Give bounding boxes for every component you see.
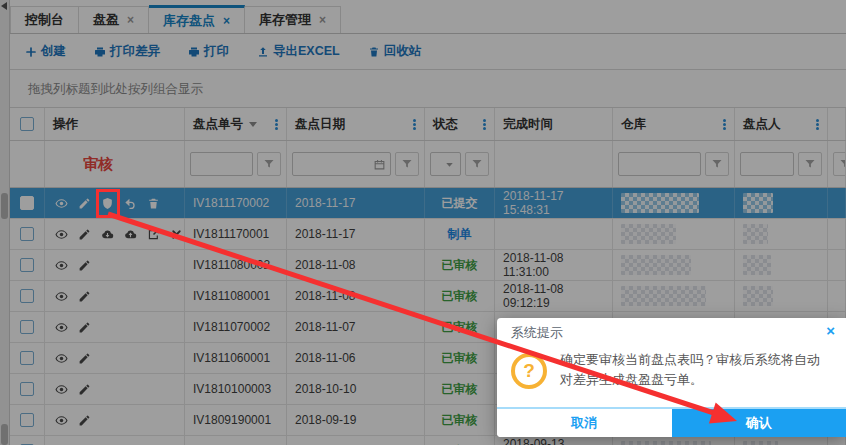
confirm-button[interactable]: 确认 — [672, 409, 846, 437]
confirm-audit-dialog: 系统提示 × ? 确定要审核当前盘点表吗？审核后系统将自动对差异生成盘盈盘亏单。… — [497, 318, 846, 437]
dialog-footer: 取消 确认 — [497, 407, 846, 437]
dialog-body: ? 确定要审核当前盘点表吗？审核后系统将自动对差异生成盘盈盘亏单。 — [497, 346, 846, 390]
question-icon: ? — [511, 353, 547, 389]
dialog-title: 系统提示 — [497, 318, 846, 346]
dialog-close-icon[interactable]: × — [826, 323, 835, 338]
inventory-count-page: 控制台盘盈×库存盘点×库存管理× 创建打印差异打印导出EXCEL回收站 拖拽列标… — [0, 0, 846, 445]
annotation-highlight-box — [96, 189, 120, 218]
dialog-message: 确定要审核当前盘点表吗？审核后系统将自动对差异生成盘盈盘亏单。 — [560, 350, 830, 390]
cancel-button[interactable]: 取消 — [497, 409, 672, 437]
